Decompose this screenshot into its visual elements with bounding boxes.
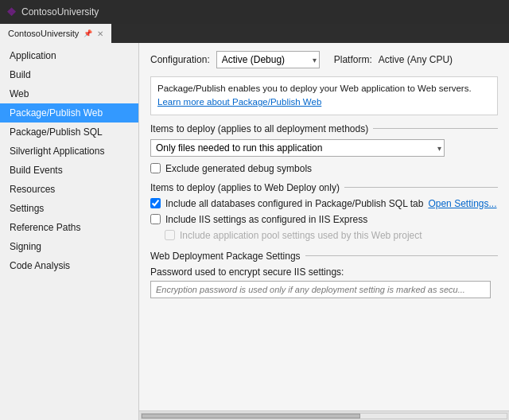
info-box: Package/Publish enables you to deploy yo…	[150, 76, 498, 115]
sidebar-item-build[interactable]: Build	[0, 65, 138, 84]
deploy-dropdown-wrapper: Only files needed to run this applicatio…	[150, 139, 445, 157]
info-text: Package/Publish enables you to deploy yo…	[157, 82, 491, 95]
web-deploy-package-section: Web Deployment Package Settings Password…	[150, 251, 498, 298]
exclude-debug-label: Exclude generated debug symbols	[165, 163, 312, 174]
deploy-dropdown[interactable]: Only files needed to run this applicatio…	[150, 139, 445, 157]
sidebar-item-reference-paths[interactable]: Reference Paths	[0, 218, 138, 237]
sidebar-item-package-publish-sql[interactable]: Package/Publish SQL	[0, 122, 138, 142]
horizontal-scrollbar[interactable]	[139, 410, 509, 420]
include-pool-row: Include application pool settings used b…	[165, 230, 498, 241]
config-label: Configuration:	[150, 54, 210, 65]
sidebar-item-silverlight-applications[interactable]: Silverlight Applications	[0, 142, 138, 161]
title-bar: ❖ ContosoUniversity	[0, 0, 509, 24]
tab-pin-icon[interactable]: 📌	[84, 29, 92, 37]
deploy-methods-header: Items to deploy (applies to all deployme…	[150, 123, 498, 134]
vs-icon: ❖	[6, 6, 17, 19]
scrollbar-track	[141, 413, 507, 419]
exclude-debug-checkbox[interactable]	[150, 163, 161, 173]
sidebar-item-build-events[interactable]: Build Events	[0, 161, 138, 180]
config-select[interactable]: Active (Debug)	[216, 51, 320, 68]
include-iis-row: Include IIS settings as configured in II…	[150, 214, 498, 225]
scrollbar-thumb[interactable]	[142, 414, 360, 418]
password-label: Password used to encrypt secure IIS sett…	[150, 266, 498, 278]
sidebar-item-web[interactable]: Web	[0, 84, 138, 103]
config-select-wrapper: Active (Debug)	[216, 51, 320, 68]
app-title: ContosoUniversity	[21, 6, 99, 18]
include-databases-checkbox[interactable]	[150, 198, 161, 208]
sidebar-item-package-publish-web[interactable]: Package/Publish Web	[0, 103, 138, 122]
sidebar-item-code-analysis[interactable]: Code Analysis	[0, 256, 138, 275]
sidebar-item-settings[interactable]: Settings	[0, 199, 138, 218]
include-pool-label: Include application pool settings used b…	[180, 230, 422, 241]
exclude-debug-row: Exclude generated debug symbols	[150, 163, 498, 174]
web-deploy-package-header: Web Deployment Package Settings	[150, 251, 498, 262]
platform-value: Active (Any CPU)	[379, 54, 453, 65]
sidebar-item-application[interactable]: Application	[0, 46, 138, 65]
tab-label: ContosoUniversity	[8, 29, 79, 38]
include-databases-label: Include all databases configured in Pack…	[165, 198, 423, 209]
password-input[interactable]	[150, 281, 491, 298]
sidebar-item-resources[interactable]: Resources	[0, 180, 138, 199]
info-link[interactable]: Learn more about Package/Publish Web	[157, 95, 491, 109]
config-row: Configuration: Active (Debug) Platform: …	[150, 51, 498, 68]
sidebar-item-signing[interactable]: Signing	[0, 237, 138, 256]
sidebar: Application Build Web Package/Publish We…	[0, 43, 139, 420]
open-settings-link[interactable]: Open Settings...	[428, 198, 496, 209]
tab-bar: ContosoUniversity 📌 ✕	[0, 24, 509, 43]
include-iis-label: Include IIS settings as configured in II…	[165, 214, 367, 225]
content-area: Configuration: Active (Debug) Platform: …	[139, 43, 509, 420]
tab-close-icon[interactable]: ✕	[97, 29, 103, 38]
tab-contoso[interactable]: ContosoUniversity 📌 ✕	[0, 24, 112, 43]
web-deploy-section: Items to deploy (applies to Web Deploy o…	[150, 182, 498, 241]
include-iis-checkbox[interactable]	[150, 214, 161, 224]
include-databases-row: Include all databases configured in Pack…	[150, 198, 498, 209]
include-pool-checkbox[interactable]	[165, 230, 175, 240]
platform-label: Platform:	[334, 54, 372, 65]
web-deploy-header: Items to deploy (applies to Web Deploy o…	[150, 182, 498, 193]
